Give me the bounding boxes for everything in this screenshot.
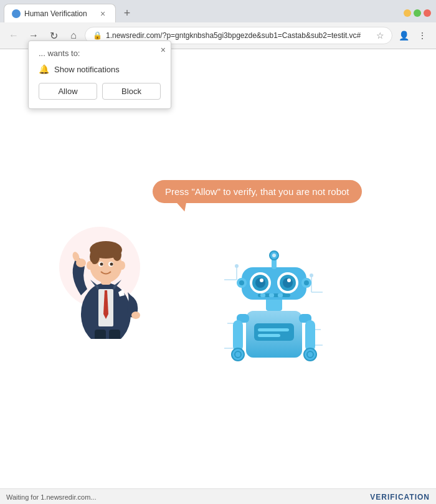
bell-icon: 🔔	[39, 64, 49, 74]
lock-icon: 🔒	[93, 31, 102, 40]
verification-label: VERIFICATION	[370, 493, 430, 502]
url-text: 1.newsredir.com/?p=gntgknbsha5gi3bpgezde…	[106, 31, 372, 40]
tab-close-button[interactable]: ×	[98, 9, 108, 19]
svg-rect-42	[233, 320, 243, 351]
svg-point-5	[131, 311, 140, 319]
status-text: Waiting for 1.newsredir.com...	[6, 493, 96, 501]
svg-point-29	[310, 273, 313, 277]
tab-title: Human Verification	[24, 9, 93, 18]
svg-rect-43	[305, 320, 315, 351]
svg-point-68	[304, 280, 309, 285]
svg-rect-37	[254, 323, 294, 341]
allow-button[interactable]: Allow	[39, 83, 97, 100]
window-controls	[404, 9, 436, 17]
notification-close-button[interactable]: ×	[161, 45, 166, 55]
svg-rect-62	[260, 293, 265, 297]
svg-rect-18	[109, 330, 120, 339]
close-button[interactable]	[424, 9, 431, 17]
maximize-button[interactable]	[414, 9, 421, 17]
svg-point-15	[87, 261, 93, 270]
robot-illustration	[224, 242, 324, 369]
svg-point-56	[260, 278, 263, 282]
svg-point-44	[232, 348, 244, 361]
status-bar: Waiting for 1.newsredir.com... VERIFICAT…	[0, 488, 436, 504]
profile-icon[interactable]: 👤	[395, 27, 412, 44]
tab-favicon	[12, 9, 21, 18]
svg-rect-63	[269, 293, 274, 297]
minimize-button[interactable]	[404, 9, 411, 17]
speech-bubble: Press "Allow" to verify, that you are no…	[153, 180, 362, 203]
browser-tab[interactable]: Human Verification ×	[4, 4, 116, 22]
person-svg	[62, 214, 149, 339]
svg-point-66	[239, 280, 244, 285]
notification-popup: × ... wants to: 🔔 Show notifications All…	[28, 40, 171, 109]
svg-rect-17	[95, 330, 106, 339]
page-content: Press "Allow" to verify, that you are no…	[0, 49, 436, 488]
notification-item: 🔔 Show notifications	[39, 64, 161, 74]
svg-point-10	[113, 249, 121, 261]
back-button[interactable]: ←	[5, 27, 22, 44]
svg-point-26	[235, 264, 239, 268]
svg-point-12	[100, 263, 103, 266]
toolbar-icons: 👤 ⋮	[395, 27, 431, 44]
menu-icon[interactable]: ⋮	[414, 27, 431, 44]
robot-svg	[224, 242, 324, 367]
block-button[interactable]: Block	[102, 83, 161, 100]
new-tab-button[interactable]: +	[118, 4, 136, 22]
show-notifications-text: Show notifications	[54, 65, 120, 74]
svg-point-16	[119, 261, 125, 270]
svg-point-14	[110, 263, 113, 266]
tab-bar: Human Verification × +	[0, 0, 436, 22]
bookmark-icon[interactable]: ☆	[376, 31, 384, 40]
svg-rect-38	[258, 328, 289, 331]
svg-point-60	[272, 254, 276, 257]
notification-buttons: Allow Block	[39, 83, 161, 100]
svg-rect-64	[278, 293, 283, 297]
svg-point-57	[287, 278, 291, 282]
svg-point-45	[304, 348, 316, 361]
notification-wants-text: ... wants to:	[39, 49, 161, 58]
svg-rect-39	[258, 334, 280, 337]
svg-point-4	[76, 259, 86, 267]
person-illustration	[62, 214, 149, 341]
